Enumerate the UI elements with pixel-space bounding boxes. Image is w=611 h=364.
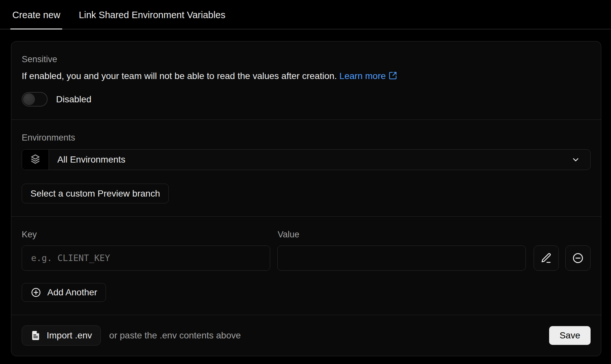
file-text-icon [30,330,41,341]
kv-input-row [22,245,591,271]
tab-create-new-label: Create new [12,10,60,20]
paste-hint-text: or paste the .env contents above [109,330,549,341]
plus-circle-icon [30,287,41,298]
sensitive-label: Sensitive [22,54,591,64]
edit-pencil-icon [540,252,552,264]
environments-select[interactable]: All Environments [22,149,591,170]
tab-create-new[interactable]: Create new [12,0,60,29]
chevron-down-icon [571,155,581,165]
key-label: Key [22,230,278,240]
external-link-icon [388,71,397,83]
sensitive-description: If enabled, you and your team will not b… [22,70,591,83]
tab-link-shared[interactable]: Link Shared Environment Variables [79,0,225,29]
layers-stack-icon [29,153,42,166]
toggle-state-label: Disabled [56,94,91,105]
key-input[interactable] [22,245,270,271]
remove-row-button[interactable] [565,245,591,271]
value-input[interactable] [277,245,526,271]
value-label: Value [278,230,299,240]
select-preview-branch-button[interactable]: Select a custom Preview branch [22,184,169,203]
add-another-button[interactable]: Add Another [22,283,106,302]
select-icon-cell [22,150,49,170]
import-env-button[interactable]: Import .env [22,325,101,346]
key-value-section: Key Value Add Another [11,216,601,315]
tab-bar: Create new Link Shared Environment Varia… [0,0,611,29]
sensitive-section: Sensitive If enabled, you and your team … [11,41,601,119]
environments-selected-value: All Environments [57,154,571,165]
kv-labels-row: Key Value [22,230,591,240]
toggle-knob [23,93,35,105]
sensitive-toggle[interactable] [22,92,48,107]
tab-link-shared-label: Link Shared Environment Variables [79,10,225,20]
environments-label: Environments [22,133,591,143]
edit-value-button[interactable] [534,245,559,271]
sensitive-toggle-row: Disabled [22,92,591,107]
learn-more-link[interactable]: Learn more [340,71,397,81]
minus-circle-icon [572,252,584,264]
save-button[interactable]: Save [549,326,591,345]
form-footer: Import .env or paste the .env contents a… [11,315,601,356]
active-tab-underline [10,28,62,29]
environments-section: Environments All Environments Select a c… [11,119,601,216]
env-variable-form-panel: Sensitive If enabled, you and your team … [11,41,601,356]
